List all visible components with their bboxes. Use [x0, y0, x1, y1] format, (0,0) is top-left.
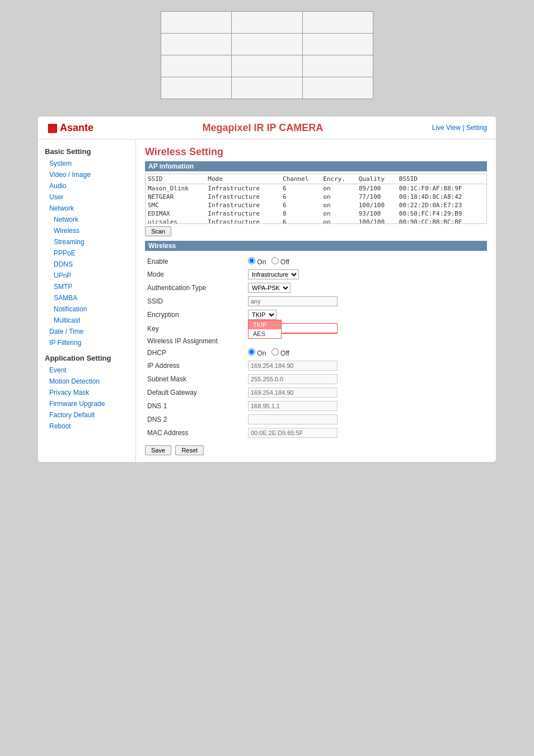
dns1-label: DNS 1: [145, 399, 246, 413]
enc-menu-aes[interactable]: AES: [249, 329, 281, 338]
sidebar-item-event[interactable]: Event: [38, 365, 135, 376]
audio-link[interactable]: Audio: [49, 182, 67, 190]
ap-table-row[interactable]: Mason_Dlink Infrastructure 6 on 89/100 0…: [146, 184, 486, 193]
sidebar-sub-pppoe[interactable]: PPPoE: [38, 248, 135, 259]
sidebar-sub-multicast[interactable]: Multicast: [38, 315, 135, 326]
encryption-select[interactable]: TKIP AES: [248, 310, 277, 320]
factory-default-link[interactable]: Factory Default: [49, 411, 95, 419]
ddns-link[interactable]: DDNS: [54, 260, 73, 268]
ap-table-row[interactable]: uicsales Infrastructure 6 on 100/100 00:…: [146, 218, 486, 224]
dns2-input[interactable]: [248, 414, 338, 424]
sidebar-item-audio[interactable]: Audio: [38, 180, 135, 192]
sidebar-sub-wireless[interactable]: Wireless: [38, 225, 135, 236]
sidebar-item-user[interactable]: User: [38, 192, 135, 203]
event-link[interactable]: Event: [49, 366, 67, 374]
sidebar-sub-streaming[interactable]: Streaming: [38, 236, 135, 248]
sidebar-item-video-image[interactable]: Video / Image: [38, 169, 135, 180]
dns1-input[interactable]: [248, 401, 338, 411]
default-gateway-control: [246, 386, 487, 399]
ap-ssid: Mason_Dlink: [146, 184, 205, 193]
sidebar-item-motion-detection[interactable]: Motion Detection: [38, 376, 135, 387]
sidebar-sub-network[interactable]: Network: [38, 214, 135, 225]
ap-scroll-container[interactable]: SSID Mode Channel Encry. Quality BSSID M…: [145, 174, 487, 224]
sidebar-item-privacy-mask[interactable]: Privacy Mask: [38, 387, 135, 398]
ap-encry: on: [321, 201, 356, 209]
sidebar-item-firmware-upgrade[interactable]: Firmware Upgrade: [38, 398, 135, 409]
sidebar-item-factory-default[interactable]: Factory Default: [38, 409, 135, 421]
sidebar-sub-smtp[interactable]: SMTP: [38, 281, 135, 292]
mac-address-input[interactable]: [248, 428, 338, 438]
enable-off-label: Off: [280, 258, 289, 266]
default-gateway-label: Default Gateway: [145, 386, 246, 399]
sidebar-item-reboot[interactable]: Reboot: [38, 421, 135, 432]
sidebar-sub-upnp[interactable]: UPnP: [38, 270, 135, 281]
ap-table-row[interactable]: NETGEAR Infrastructure 6 on 77/100 00:18…: [146, 193, 486, 201]
date-time-link[interactable]: Date / Time: [49, 328, 83, 335]
system-link[interactable]: System: [49, 160, 72, 167]
ip-address-label: IP Address: [145, 359, 246, 372]
network-sub-link[interactable]: Network: [54, 216, 78, 223]
reboot-link[interactable]: Reboot: [49, 422, 71, 430]
mode-control: Infrastructure: [246, 268, 487, 281]
encryption-row: Encryption TKIP AES TKIP AES: [145, 308, 487, 321]
sidebar-item-network[interactable]: Network: [38, 203, 135, 214]
ap-quality: 77/100: [357, 193, 397, 201]
ap-encry: on: [321, 184, 356, 193]
content: Basic Setting System Video / Image Audio…: [38, 139, 496, 462]
ssid-input[interactable]: [248, 296, 338, 306]
video-image-link[interactable]: Video / Image: [49, 171, 91, 179]
ip-filtering-link[interactable]: IP Filtering: [49, 339, 81, 347]
privacy-mask-link[interactable]: Privacy Mask: [49, 389, 89, 396]
reset-button[interactable]: Reset: [175, 445, 204, 455]
sidebar-item-date-time[interactable]: Date / Time: [38, 326, 135, 337]
ap-ssid: NETGEAR: [146, 193, 205, 201]
top-cell: [232, 12, 302, 34]
live-view-link[interactable]: Live View: [432, 124, 461, 132]
ap-encry: on: [321, 218, 356, 224]
notification-link[interactable]: Notification: [54, 305, 87, 313]
dhcp-on-radio[interactable]: [248, 348, 255, 356]
network-link[interactable]: Network: [49, 204, 74, 212]
multicast-link[interactable]: Multicast: [54, 316, 80, 324]
sidebar-sub-notification[interactable]: Notification: [38, 304, 135, 315]
ap-col-quality: Quality: [357, 174, 397, 184]
enable-off-radio[interactable]: [271, 257, 279, 264]
wireless-link[interactable]: Wireless: [54, 227, 79, 235]
ap-table: SSID Mode Channel Encry. Quality BSSID M…: [146, 174, 486, 224]
ap-bssid: 00:1C:F0:AF:88:9F: [397, 184, 486, 193]
upnp-link[interactable]: UPnP: [54, 272, 71, 279]
samba-link[interactable]: SAMBA: [54, 294, 77, 302]
default-gateway-input[interactable]: [248, 388, 338, 398]
ssid-label: SSID: [145, 295, 246, 308]
top-cell: [302, 55, 373, 77]
top-cell: [161, 77, 232, 99]
ap-channel: 6: [280, 201, 321, 209]
sidebar-item-ip-filtering[interactable]: IP Filtering: [38, 337, 135, 348]
ap-channel: 6: [280, 218, 321, 224]
mode-select[interactable]: Infrastructure: [248, 269, 299, 279]
dhcp-off-radio[interactable]: [271, 348, 279, 356]
ap-table-row[interactable]: SMC Infrastructure 6 on 100/100 00:22:2D…: [146, 201, 486, 209]
subnet-mask-input[interactable]: [248, 374, 338, 384]
sidebar-sub-ddns[interactable]: DDNS: [38, 259, 135, 270]
user-link[interactable]: User: [49, 193, 63, 201]
save-button[interactable]: Save: [145, 445, 171, 455]
scan-button[interactable]: Scan: [145, 226, 171, 236]
firmware-upgrade-link[interactable]: Firmware Upgrade: [49, 400, 105, 408]
sidebar-item-system[interactable]: System: [38, 158, 135, 169]
setting-link[interactable]: Setting: [466, 124, 487, 132]
enc-menu-tkip[interactable]: TKIP: [249, 320, 281, 329]
key-control: [246, 321, 487, 335]
ip-address-input[interactable]: [248, 361, 338, 371]
pppoe-link[interactable]: PPPoE: [54, 249, 76, 257]
enable-on-radio[interactable]: [248, 257, 255, 264]
motion-detection-link[interactable]: Motion Detection: [49, 377, 100, 385]
sidebar-sub-samba[interactable]: SAMBA: [38, 292, 135, 304]
scan-btn-container: Scan: [145, 226, 487, 236]
smtp-link[interactable]: SMTP: [54, 283, 72, 291]
ap-col-bssid: BSSID: [397, 174, 486, 184]
app-setting-section: Application Setting: [38, 352, 135, 365]
streaming-link[interactable]: Streaming: [54, 238, 85, 246]
auth-type-select[interactable]: WPA-PSK: [248, 283, 291, 293]
ap-table-row[interactable]: EDIMAX Infrastructure 8 on 93/100 00:50:…: [146, 209, 486, 218]
